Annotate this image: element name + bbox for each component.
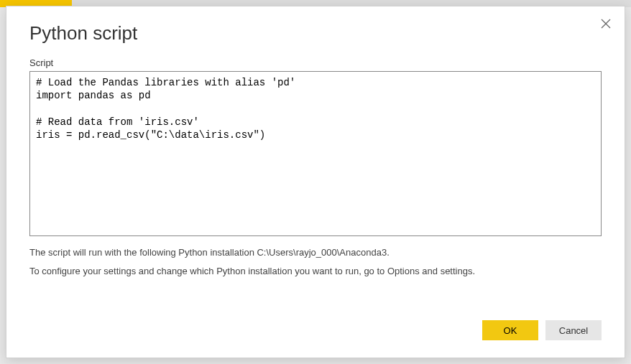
- ok-button[interactable]: OK: [482, 320, 538, 340]
- cancel-button[interactable]: Cancel: [545, 320, 602, 340]
- dialog-body: Script The script will run with the foll…: [6, 52, 625, 307]
- app-backdrop: Python script Script The script will run…: [0, 0, 631, 364]
- close-icon: [601, 19, 611, 29]
- script-input[interactable]: [29, 71, 602, 236]
- dialog-title: Python script: [29, 22, 602, 45]
- python-script-dialog: Python script Script The script will run…: [6, 6, 625, 358]
- dialog-footer: OK Cancel: [6, 307, 625, 358]
- configure-info: To configure your settings and change wh…: [29, 263, 602, 279]
- dialog-header: Python script: [6, 6, 625, 52]
- close-button[interactable]: [599, 17, 613, 31]
- script-label: Script: [29, 57, 602, 68]
- install-path-info: The script will run with the following P…: [29, 245, 602, 261]
